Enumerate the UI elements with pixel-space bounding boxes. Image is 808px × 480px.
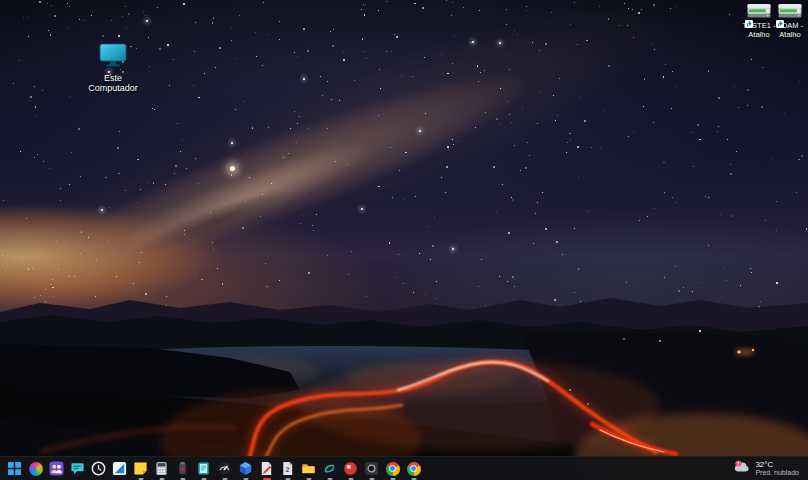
blue-triangle-doc-icon	[112, 461, 127, 476]
this-pc-monitor-icon	[98, 42, 128, 72]
taskbar-colorful-pinwheel-button[interactable]	[25, 457, 46, 480]
running-indicator	[348, 478, 353, 480]
camera-lens-icon	[364, 461, 379, 476]
hard-drive-icon	[778, 3, 802, 21]
colorful-pinwheel-icon	[28, 461, 43, 476]
taskbar-calculator-button[interactable]	[151, 457, 172, 480]
taskbar-speed-gauge-button[interactable]	[214, 457, 235, 480]
clock-icon	[91, 461, 106, 476]
taskbar-document-pen-button[interactable]	[256, 457, 277, 480]
shortcut-arrow-icon	[745, 14, 753, 22]
blue-cube-icon	[238, 461, 253, 476]
svg-text:2: 2	[285, 466, 289, 473]
running-indicator	[201, 478, 206, 480]
running-indicator-alert	[263, 478, 271, 480]
taskbar-chrome-2-button[interactable]	[403, 457, 424, 480]
running-indicator	[306, 478, 311, 480]
taskbar-start-button[interactable]	[4, 457, 25, 480]
calculator-icon	[154, 461, 169, 476]
green-swirl-globe-icon	[322, 461, 337, 476]
taskbar-green-swirl-globe-button[interactable]	[319, 457, 340, 480]
teal-notepad-icon	[196, 461, 211, 476]
taskbar-teal-notepad-button[interactable]	[193, 457, 214, 480]
bright-star	[230, 166, 235, 171]
desktop-icon-adam-shortcut[interactable]: ADAM - Atalho	[773, 3, 807, 39]
start-icon	[7, 461, 22, 476]
taskbar-red-record-button[interactable]	[340, 457, 361, 480]
weather-condition: Pred. nublado	[755, 469, 799, 477]
hard-drive-icon	[747, 3, 771, 21]
file-explorer-icon	[301, 461, 316, 476]
desktop-icon-this-pc[interactable]: Este Computador	[84, 42, 142, 93]
voice-recorder-icon	[175, 461, 190, 476]
taskbar-people-purple-button[interactable]	[46, 457, 67, 480]
chat-teal-icon	[70, 461, 85, 476]
taskbar-clock-button[interactable]	[88, 457, 109, 480]
document-2-icon: 2	[280, 461, 295, 476]
taskbar-sticky-notes-button[interactable]	[130, 457, 151, 480]
running-indicator	[243, 478, 248, 480]
red-record-icon	[343, 461, 358, 476]
document-pen-icon	[259, 461, 274, 476]
taskbar: 2 32°C Pred. nublado	[0, 456, 808, 480]
taskbar-voice-recorder-button[interactable]	[172, 457, 193, 480]
weather-temperature: 32°C	[755, 460, 799, 469]
desktop: Este Computador TESTE1 - Atalho	[0, 0, 808, 480]
weather-cloud-alert-icon	[733, 459, 751, 478]
chrome-2-icon	[406, 461, 421, 476]
shortcut-arrow-icon	[776, 14, 784, 22]
weather-widget[interactable]: 32°C Pred. nublado	[731, 457, 801, 480]
running-indicator	[390, 478, 395, 480]
running-indicator	[180, 478, 185, 480]
chrome-icon	[385, 461, 400, 476]
running-indicator	[222, 478, 227, 480]
speed-gauge-icon	[217, 461, 232, 476]
running-indicator	[369, 478, 374, 480]
taskbar-camera-lens-button[interactable]	[361, 457, 382, 480]
taskbar-blue-cube-button[interactable]	[235, 457, 256, 480]
taskbar-chat-teal-button[interactable]	[67, 457, 88, 480]
running-indicator	[138, 478, 143, 480]
people-purple-icon	[49, 461, 64, 476]
horizon-haze	[0, 268, 808, 342]
running-indicator	[327, 478, 332, 480]
taskbar-blue-triangle-doc-button[interactable]	[109, 457, 130, 480]
sticky-notes-icon	[133, 461, 148, 476]
taskbar-chrome-button[interactable]	[382, 457, 403, 480]
running-indicator	[159, 478, 164, 480]
running-indicator	[411, 478, 416, 480]
desktop-icon-label: Este Computador	[84, 73, 142, 93]
taskbar-document-2-button[interactable]: 2	[277, 457, 298, 480]
running-indicator	[285, 478, 290, 480]
taskbar-app-icons: 2	[4, 457, 424, 480]
taskbar-file-explorer-button[interactable]	[298, 457, 319, 480]
desktop-icon-teste1-shortcut[interactable]: TESTE1 - Atalho	[741, 3, 777, 39]
